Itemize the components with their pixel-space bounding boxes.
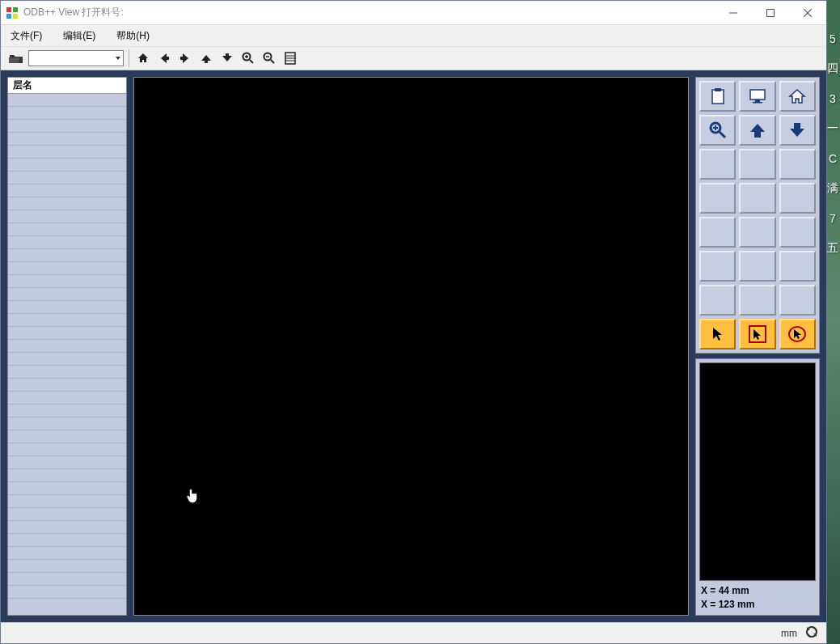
app-icon [6, 6, 19, 19]
tool-empty[interactable] [699, 285, 736, 316]
nav-left-button[interactable] [155, 49, 173, 67]
tool-cursor-1[interactable] [699, 319, 736, 350]
layer-row[interactable] [8, 353, 126, 366]
layer-row[interactable] [8, 133, 126, 146]
tool-cursor-3[interactable] [779, 319, 816, 350]
layer-row[interactable] [8, 249, 126, 262]
layer-row[interactable] [8, 443, 126, 456]
menubar: 文件(F) 编辑(E) 帮助(H) [1, 25, 826, 46]
minimap-viewport[interactable] [699, 362, 816, 581]
layer-row[interactable] [8, 366, 126, 379]
svg-rect-2 [6, 14, 11, 19]
close-button[interactable] [789, 1, 826, 25]
layer-row[interactable] [8, 314, 126, 327]
tool-home[interactable] [779, 81, 816, 112]
tool-empty[interactable] [779, 149, 816, 180]
tool-down[interactable] [779, 115, 816, 146]
layer-row[interactable] [8, 560, 126, 573]
job-combo[interactable] [28, 50, 124, 66]
coord-readout: X = 44 mm X = 123 mm [699, 581, 816, 612]
status-unit: mm [781, 628, 797, 639]
layer-row[interactable] [8, 573, 126, 586]
refresh-button[interactable] [805, 625, 818, 641]
layer-row[interactable] [8, 495, 126, 508]
layer-rows[interactable] [8, 94, 126, 615]
nav-down-button[interactable] [218, 49, 236, 67]
zoom-out-button[interactable] [260, 49, 278, 67]
tool-empty[interactable] [739, 183, 775, 214]
layer-row[interactable] [8, 172, 126, 184]
layer-row[interactable] [8, 340, 126, 353]
tool-empty[interactable] [779, 285, 816, 316]
layer-row[interactable] [8, 392, 126, 405]
layer-row[interactable] [8, 379, 126, 392]
layer-row[interactable] [8, 430, 126, 443]
layer-row[interactable] [8, 327, 126, 340]
tool-grid [695, 77, 820, 354]
menu-file[interactable]: 文件(F) [7, 28, 45, 44]
layer-row[interactable] [8, 210, 126, 223]
menu-help[interactable]: 帮助(H) [113, 28, 153, 44]
layer-row[interactable] [8, 120, 126, 133]
layer-row[interactable] [8, 288, 126, 301]
statusbar: mm [1, 622, 826, 643]
layer-row[interactable] [8, 275, 126, 288]
nav-right-button[interactable] [176, 49, 194, 67]
open-folder-button[interactable] [7, 49, 25, 67]
tool-empty[interactable] [739, 285, 775, 316]
svg-line-13 [271, 60, 274, 63]
tool-empty[interactable] [739, 251, 775, 282]
layer-row[interactable] [8, 94, 126, 107]
tool-zoom[interactable] [699, 115, 736, 146]
layer-row[interactable] [8, 107, 126, 120]
maximize-button[interactable] [752, 1, 789, 25]
tool-empty[interactable] [739, 217, 775, 248]
layer-row[interactable] [8, 197, 126, 210]
minimize-button[interactable] [715, 1, 752, 25]
tool-empty[interactable] [779, 251, 816, 282]
layer-row[interactable] [8, 223, 126, 236]
layer-row[interactable] [8, 469, 126, 482]
client-area: 层名 [1, 70, 826, 622]
tool-empty[interactable] [699, 183, 736, 214]
layer-row[interactable] [8, 146, 126, 159]
svg-rect-23 [753, 102, 762, 104]
layer-row[interactable] [8, 236, 126, 249]
menu-edit[interactable]: 编辑(E) [60, 28, 99, 44]
tool-screen[interactable] [739, 81, 775, 112]
app-window: ODB++ View 打开料号: 文件(F) 编辑(E) 帮助(H) [0, 0, 827, 644]
layer-row[interactable] [8, 301, 126, 314]
tool-up[interactable] [739, 115, 775, 146]
titlebar[interactable]: ODB++ View 打开料号: [1, 1, 826, 25]
toolbar-separator [129, 49, 129, 67]
desktop-edge: 5 四 3 一 C 满 7 五 [825, 0, 840, 644]
layer-row[interactable] [8, 482, 126, 495]
svg-rect-5 [767, 9, 775, 16]
tool-clipboard[interactable] [699, 81, 736, 112]
tool-empty[interactable] [739, 149, 775, 180]
tool-empty[interactable] [699, 149, 736, 180]
layer-row[interactable] [8, 456, 126, 469]
layer-row[interactable] [8, 262, 126, 275]
tool-empty[interactable] [699, 217, 736, 248]
tool-empty[interactable] [699, 251, 736, 282]
layer-row[interactable] [8, 184, 126, 197]
layer-row[interactable] [8, 521, 126, 534]
layer-row[interactable] [8, 534, 126, 547]
layer-row[interactable] [8, 508, 126, 521]
layers-button[interactable] [281, 49, 299, 67]
tool-empty[interactable] [779, 217, 816, 248]
layer-row[interactable] [8, 159, 126, 172]
nav-up-button[interactable] [197, 49, 215, 67]
main-viewport[interactable] [133, 77, 689, 616]
minimap-panel: X = 44 mm X = 123 mm [695, 358, 820, 616]
tool-empty[interactable] [779, 183, 816, 214]
zoom-in-button[interactable] [239, 49, 257, 67]
coord-y: X = 123 mm [701, 598, 814, 612]
layer-row[interactable] [8, 547, 126, 560]
layer-row[interactable] [8, 417, 126, 430]
layer-row[interactable] [8, 586, 126, 599]
layer-row[interactable] [8, 405, 126, 417]
tool-cursor-2[interactable] [739, 319, 775, 350]
home-button[interactable] [134, 49, 152, 67]
